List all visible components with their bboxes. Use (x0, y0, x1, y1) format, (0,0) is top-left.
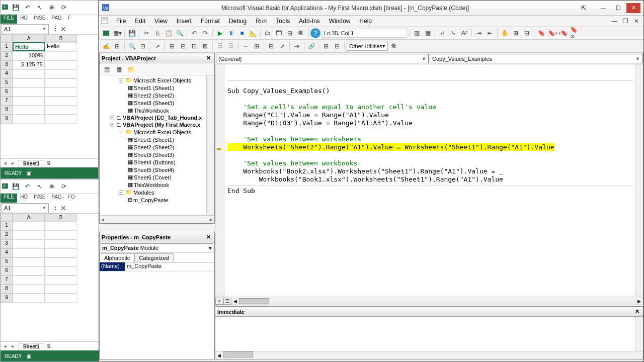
design-mode-icon[interactable]: 📐 (248, 28, 258, 38)
property-name-key[interactable]: (Name) (100, 262, 125, 271)
scrollbar-horizontal[interactable]: ◄► (100, 215, 214, 223)
outdent-icon[interactable]: ⇤ (485, 28, 495, 38)
pointer-icon[interactable]: ↖ (35, 182, 45, 192)
sheet-nav-next[interactable]: ► (11, 343, 16, 349)
name-box[interactable]: A1▼ (2, 24, 49, 34)
macro-record-icon[interactable]: ▣ (27, 353, 31, 359)
cut-icon[interactable]: ✂ (141, 28, 151, 38)
settings-icon[interactable]: ❋ (47, 182, 57, 192)
t2-icon-8[interactable]: ⊡ (189, 41, 199, 51)
tb-icon-3[interactable]: ↲ (437, 28, 447, 38)
child-restore-button[interactable]: ❐ (620, 16, 630, 26)
close-icon[interactable]: ✕ (204, 233, 212, 241)
tab-home[interactable]: HO (17, 15, 31, 24)
tab-formulas[interactable]: F (65, 15, 74, 24)
tab-page[interactable]: PAG (48, 15, 64, 24)
view-excel-icon[interactable] (101, 28, 111, 38)
t2-icon-4[interactable]: ⊡ (138, 41, 148, 51)
restore-icon[interactable]: ⇱ (581, 5, 586, 12)
refresh-icon[interactable]: ⟳ (59, 182, 69, 192)
next-bookmark-icon[interactable]: 🔖› (547, 28, 557, 38)
margin-indicator[interactable]: ➨ (215, 64, 224, 297)
menu-edit[interactable]: Edit (131, 17, 149, 26)
tools-icon[interactable]: 🛠 (389, 41, 399, 51)
tab-insert[interactable]: INSE (31, 15, 48, 24)
undo-icon[interactable]: ↶ (23, 182, 33, 192)
other-utilities-dropdown[interactable]: Other Utilities ▾ (347, 42, 388, 51)
run-icon[interactable]: ▶ (215, 28, 225, 38)
tab-categorized[interactable]: Categorized (134, 253, 173, 262)
sheet-nav-prev[interactable]: ◄ (3, 160, 8, 166)
toggle-folders-icon[interactable]: 📁 (126, 64, 136, 74)
menu-window[interactable]: Window (325, 17, 355, 26)
indent-icon[interactable]: ⇥ (474, 28, 484, 38)
minimize-button[interactable]: — (596, 3, 610, 13)
child-window-icon[interactable] (101, 17, 108, 25)
clear-bookmark-icon[interactable]: 🔖✕ (570, 28, 580, 38)
scrollbar-horizontal[interactable]: ≡ ☰ ◄ ► (215, 297, 643, 305)
help-icon[interactable]: ? (310, 28, 320, 38)
t2-icon-11[interactable]: ☰ (226, 41, 236, 51)
full-module-view-icon[interactable]: ☰ (223, 298, 231, 305)
t2-icon-12[interactable]: ↔ (240, 41, 251, 51)
t2-icon-5[interactable]: ↗ (152, 41, 163, 51)
menu-help[interactable]: Help (355, 17, 376, 26)
cell-a1[interactable]: Hello (13, 42, 45, 51)
sheet-tab[interactable]: Sheet1 (19, 160, 44, 167)
break-icon[interactable]: ⏸ (226, 28, 236, 38)
immediate-input[interactable] (215, 317, 635, 351)
cancel-icon[interactable]: ✕ (60, 204, 66, 212)
t2-icon-2[interactable]: ⊞ (112, 41, 122, 51)
menu-debug[interactable]: Debug (225, 17, 251, 26)
t2-icon-15[interactable]: ↗ (277, 41, 287, 51)
uncomment-icon[interactable]: ⊟ (522, 28, 532, 38)
tab-file[interactable]: FILE (1, 15, 17, 24)
t2-icon-14[interactable]: ⊟ (266, 41, 276, 51)
code-text[interactable]: Sub Copy_Values_Examples() 'Set a cell's… (227, 66, 633, 195)
reset-icon[interactable]: ■ (237, 28, 247, 38)
project-tree[interactable]: −📁 Microsoft Excel Objects ▦ Sheet1 (She… (100, 75, 214, 214)
t2-icon-13[interactable]: ⊞ (252, 41, 262, 51)
menu-tools[interactable]: Tools (272, 17, 294, 26)
t2-icon-1[interactable]: ✍ (101, 41, 111, 51)
tab-home[interactable]: HO (17, 194, 31, 203)
scrollbar-vertical[interactable] (206, 75, 214, 215)
properties-icon[interactable]: 🗔 (274, 28, 284, 38)
comment-icon[interactable]: ⊞ (511, 28, 521, 38)
menu-view[interactable]: View (150, 17, 172, 26)
sheet-nav-prev[interactable]: ◄ (3, 343, 8, 349)
name-box-2[interactable]: A1▼ (2, 203, 49, 213)
t2-icon-17[interactable]: 🔗 (306, 41, 316, 51)
scrollbar-vertical[interactable] (635, 317, 643, 351)
tb-icon-2[interactable]: ▦ (423, 28, 433, 38)
child-close-button[interactable]: ✕ (631, 16, 641, 26)
t2-icon-19[interactable]: ⊟ (332, 41, 342, 51)
close-icon[interactable]: ✕ (204, 54, 212, 62)
menu-file[interactable]: File (112, 17, 130, 26)
undo-icon[interactable]: ↶ (189, 28, 199, 38)
tb-icon-5[interactable]: Aͣ (459, 28, 469, 38)
t2-icon-9[interactable]: ⊠ (200, 41, 210, 51)
t2-icon-3[interactable]: 🔍 (127, 41, 137, 51)
tab-file[interactable]: FILE (1, 194, 17, 203)
hand-icon[interactable]: ✋ (500, 28, 510, 38)
view-object-icon[interactable]: ▦ (114, 64, 124, 74)
t2-icon-7[interactable]: ⊟ (178, 41, 188, 51)
view-code-icon[interactable]: ▤ (102, 64, 112, 74)
tab-page[interactable]: PAG (48, 194, 64, 203)
object-browser-icon[interactable]: ⊟ (285, 28, 295, 38)
tb-icon-4[interactable]: ↳ (448, 28, 458, 38)
scrollbar-horizontal[interactable]: ◄ (215, 351, 643, 359)
scrollbar-vertical[interactable] (635, 64, 643, 297)
t2-icon-16[interactable]: ⇥ (292, 41, 302, 51)
macro-record-icon[interactable]: ▣ (27, 170, 31, 176)
code-editor[interactable]: ➨ Sub Copy_Values_Examples() 'Set a cell… (215, 64, 635, 297)
object-dropdown[interactable]: (General)▼ (216, 54, 429, 63)
settings-icon[interactable]: ❋ (47, 3, 57, 13)
redo-icon[interactable]: ↷ (200, 28, 210, 38)
worksheet-grid-2[interactable]: AB 1 2 3 4 5 6 7 8 9 (1, 214, 100, 303)
maximize-button[interactable]: ☐ (611, 3, 625, 13)
cell-a3[interactable]: $ 125.75 (13, 60, 45, 69)
pointer-icon[interactable]: ↖ (35, 3, 45, 13)
bookmark-icon[interactable]: 🔖 (536, 28, 546, 38)
